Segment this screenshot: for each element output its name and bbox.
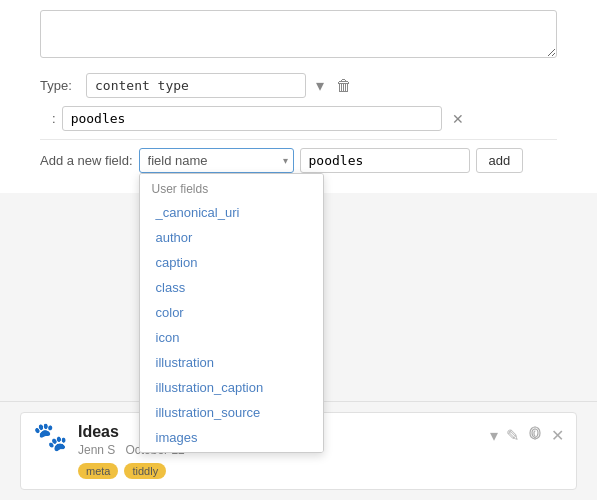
dropdown-item[interactable]: class (140, 275, 323, 300)
dropdown-item[interactable]: ISBN (140, 450, 323, 453)
card-down-btn[interactable]: ▾ (490, 426, 498, 445)
field-value-row: : ✕ (40, 106, 557, 131)
main-content: Type: ▾ 🗑 : ✕ Add a new field: ▾ User fi… (0, 0, 597, 193)
add-field-row: Add a new field: ▾ User fields _canonica… (40, 148, 557, 173)
dropdown-item[interactable]: icon (140, 325, 323, 350)
tag-tiddly: tiddly (124, 463, 166, 479)
card-tags: meta tiddly (78, 463, 564, 479)
card-icon: 🐾 (33, 423, 68, 451)
edit-icon: ✎ (506, 426, 519, 445)
field-default-input[interactable] (300, 148, 470, 173)
dropdown-section-header: User fields (140, 174, 323, 200)
card-fingerprint-btn[interactable] (527, 425, 543, 445)
type-controls: ▾ 🗑 (312, 74, 356, 97)
dropdown-item[interactable]: color (140, 300, 323, 325)
down-arrow-icon: ▾ (490, 426, 498, 445)
card-author: Jenn S (78, 443, 115, 457)
content-textarea-wrapper (40, 10, 557, 61)
field-name-input[interactable] (139, 148, 294, 173)
field-delete-btn[interactable]: ✕ (446, 109, 470, 129)
dropdown-item[interactable]: illustration_caption (140, 375, 323, 400)
dropdown-item[interactable]: caption (140, 250, 323, 275)
card-edit-btn[interactable]: ✎ (506, 426, 519, 445)
type-label: Type: (40, 78, 80, 93)
tag-meta: meta (78, 463, 118, 479)
chevron-down-icon: ▾ (316, 76, 324, 95)
field-name-dropdown: User fields _canonical_uri author captio… (139, 173, 324, 453)
delete-icon: ✕ (452, 111, 464, 127)
type-delete-btn[interactable]: 🗑 (332, 75, 356, 97)
dropdown-item[interactable]: images (140, 425, 323, 450)
content-textarea[interactable] (40, 10, 557, 58)
type-dropdown-btn[interactable]: ▾ (312, 74, 328, 97)
dropdown-item[interactable]: _canonical_uri (140, 200, 323, 225)
add-field-label: Add a new field: (40, 153, 133, 168)
type-input[interactable] (86, 73, 306, 98)
card-close-btn[interactable]: ✕ (551, 426, 564, 445)
field-colon: : (52, 111, 56, 126)
close-icon: ✕ (551, 426, 564, 445)
card-actions: ▾ ✎ ✕ (490, 425, 564, 445)
add-field-button[interactable]: add (476, 148, 524, 173)
dropdown-item[interactable]: illustration_source (140, 400, 323, 425)
field-name-wrapper: ▾ User fields _canonical_uri author capt… (139, 148, 294, 173)
fingerprint-icon (527, 425, 543, 445)
dropdown-item[interactable]: author (140, 225, 323, 250)
type-row: Type: ▾ 🗑 (40, 73, 557, 98)
dropdown-item[interactable]: illustration (140, 350, 323, 375)
trash-icon: 🗑 (336, 77, 352, 95)
field-value-input[interactable] (62, 106, 442, 131)
section-divider (40, 139, 557, 140)
